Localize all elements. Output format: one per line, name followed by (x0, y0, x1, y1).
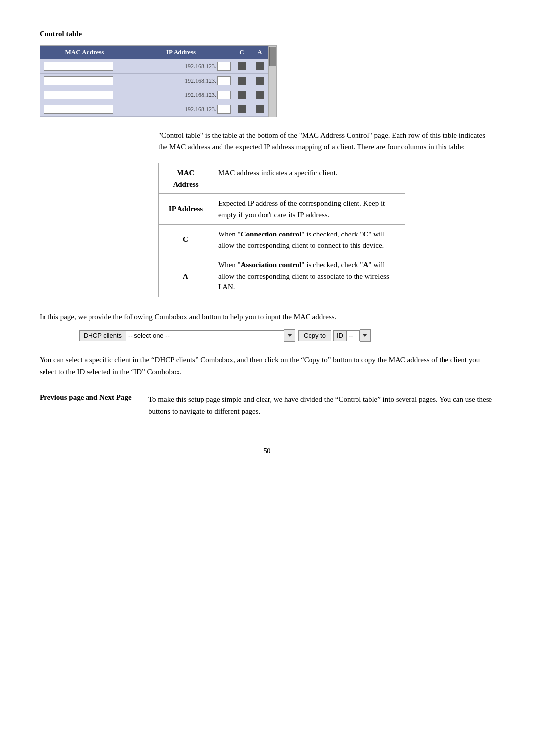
c-check-cell (233, 90, 251, 100)
info-table-row-mac: MAC Address MAC address indicates a spec… (159, 163, 405, 194)
table-row: 192.168.123. (40, 74, 268, 88)
c-check-cell (233, 61, 251, 71)
a-check-cell (251, 104, 268, 114)
a-header: A (251, 47, 268, 57)
c-checkbox[interactable] (238, 91, 246, 99)
ip-input-cell: 192.168.123. (129, 104, 233, 115)
ip-prefix: 192.168.123. (185, 63, 216, 70)
ip-input-cell: 192.168.123. (129, 90, 233, 100)
prev-next-label: Previous page and Next Page (40, 393, 138, 417)
a-check-cell (251, 61, 268, 71)
ip-input[interactable] (217, 91, 231, 99)
description-paragraph: "Control table" is the table at the bott… (158, 129, 494, 153)
a-checkbox[interactable] (256, 91, 264, 99)
table-row: 192.168.123. (40, 88, 268, 102)
page-content: Control table MAC Address IP Address C A… (40, 30, 494, 455)
control-table-screenshot: MAC Address IP Address C A 192.168.123. … (40, 45, 277, 117)
dhcp-clients-label: DHCP clients (79, 330, 126, 341)
id-combobox[interactable]: -- (346, 330, 360, 341)
mac-input[interactable] (44, 76, 113, 85)
mac-input-cell (40, 61, 129, 72)
table-row: 192.168.123. (40, 59, 268, 74)
select-one-text: -- select one -- (128, 332, 170, 339)
a-checkbox[interactable] (256, 62, 264, 70)
prev-next-desc: To make this setup page simple and clear… (148, 393, 494, 417)
ip-address-desc: Expected IP address of the corresponding… (213, 194, 405, 225)
select-one-arrow[interactable] (284, 329, 295, 342)
combobox-intro: In this page, we provide the following C… (40, 311, 494, 323)
mac-input[interactable] (44, 105, 113, 114)
info-table-row-ip: IP Address Expected IP address of the co… (159, 194, 405, 225)
id-label: ID (333, 330, 346, 341)
c-checkbox[interactable] (238, 62, 246, 70)
mac-input[interactable] (44, 91, 113, 99)
c-checkbox[interactable] (238, 105, 246, 113)
ip-prefix: 192.168.123. (185, 106, 216, 113)
combobox-row: DHCP clients -- select one -- Copy to ID… (79, 329, 494, 342)
c-desc: When "Connection control" is checked, ch… (213, 225, 405, 255)
id-select-arrow[interactable] (360, 329, 371, 342)
ip-input[interactable] (217, 105, 231, 114)
c-check-cell (233, 76, 251, 86)
a-desc: When "Association control" is checked, c… (213, 255, 405, 297)
a-checkbox[interactable] (256, 105, 264, 113)
ip-input[interactable] (217, 76, 231, 85)
ip-prefix: 192.168.123. (185, 77, 216, 85)
ip-prefix: 192.168.123. (185, 92, 216, 99)
chevron-down-icon (362, 334, 367, 337)
mac-input-cell (40, 104, 129, 115)
section-title: Control table (40, 30, 494, 38)
a-check-cell (251, 90, 268, 100)
chevron-down-icon (287, 334, 292, 337)
ip-input-cell: 192.168.123. (129, 75, 233, 86)
info-table-row-a: A When "Association control" is checked,… (159, 255, 405, 297)
c-label: C (159, 225, 213, 255)
prev-next-section: Previous page and Next Page To make this… (40, 393, 494, 417)
c-header: C (233, 47, 251, 57)
a-check-cell (251, 76, 268, 86)
c-checkbox[interactable] (238, 77, 246, 85)
mac-input-cell (40, 90, 129, 100)
info-table: MAC Address MAC address indicates a spec… (158, 163, 405, 297)
c-check-cell (233, 104, 251, 114)
description-text: "Control table" is the table at the bott… (158, 131, 485, 151)
scrollbar[interactable] (268, 46, 276, 117)
a-label: A (159, 255, 213, 297)
you-can-paragraph: You can select a specific client in the … (40, 354, 494, 378)
a-checkbox[interactable] (256, 77, 264, 85)
mac-address-desc: MAC address indicates a specific client. (213, 163, 405, 194)
table-header-row: MAC Address IP Address C A (40, 46, 268, 59)
ip-input[interactable] (217, 62, 231, 71)
copy-to-button[interactable]: Copy to (298, 330, 331, 341)
ip-address-label: IP Address (159, 194, 213, 225)
ip-address-header: IP Address (129, 47, 233, 57)
ip-input-cell: 192.168.123. (129, 61, 233, 72)
mac-address-label: MAC Address (159, 163, 213, 194)
id-value: -- (349, 332, 353, 339)
info-table-row-c: C When "Connection control" is checked, … (159, 225, 405, 255)
mac-input-cell (40, 75, 129, 86)
select-one-combobox[interactable]: -- select one -- (126, 330, 284, 341)
page-number: 50 (40, 447, 494, 455)
mac-input[interactable] (44, 62, 113, 71)
table-row: 192.168.123. (40, 102, 268, 117)
mac-address-header: MAC Address (40, 47, 129, 57)
